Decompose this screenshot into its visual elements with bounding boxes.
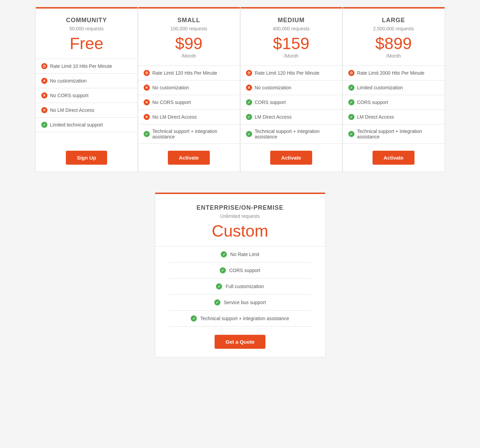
plan-price-medium: $159 bbox=[247, 35, 335, 52]
plan-period-medium: /Month bbox=[247, 53, 335, 59]
cross-icon: ✕ bbox=[144, 99, 150, 105]
plan-card-community: COMMUNITY50,000 requestsFree⏱Rate Limit … bbox=[35, 7, 138, 172]
cross-icon: ✕ bbox=[144, 114, 150, 120]
plan-price-community: Free bbox=[43, 35, 131, 52]
plan-name-medium: MEDIUM bbox=[247, 17, 335, 24]
feature-item: ✓LM Direct Access bbox=[241, 110, 342, 124]
enterprise-requests: Unlimited requests bbox=[169, 213, 311, 219]
plan-top-large: LARGE2,500,000 requests$899/Month bbox=[343, 7, 445, 66]
feature-text: Technical support + integration assistan… bbox=[357, 129, 439, 139]
plan-features-community: ⏱Rate Limit 10 Hits Per Minute✕No custom… bbox=[36, 59, 137, 144]
check-icon: ✓ bbox=[214, 299, 220, 305]
plan-top-community: COMMUNITY50,000 requestsFree bbox=[36, 7, 137, 59]
enterprise-action: Get a Quote bbox=[155, 327, 325, 357]
enterprise-features: ✓No Rate Limit✓CORS support✓Full customi… bbox=[155, 247, 325, 327]
cross-icon: ✕ bbox=[41, 92, 47, 99]
plan-features-medium: ⏱Rate Limit 120 Hits Per Minute✕No custo… bbox=[241, 66, 342, 144]
feature-text: Technical support + integration assistan… bbox=[152, 129, 234, 139]
feature-item: ✓Technical support + integration assista… bbox=[138, 124, 240, 144]
check-icon: ✓ bbox=[41, 122, 47, 128]
check-icon: ✓ bbox=[220, 267, 226, 273]
clock-icon: ⏱ bbox=[41, 63, 47, 69]
feature-text: Technical support + integration assistan… bbox=[200, 316, 289, 321]
plan-top-small: SMALL100,000 requests$99/Month bbox=[138, 7, 240, 66]
cross-icon: ✕ bbox=[144, 85, 150, 91]
plan-requests-large: 2,500,000 requests bbox=[350, 26, 438, 31]
feature-text: Rate Limit 2000 Hits Per Minute bbox=[357, 70, 425, 76]
check-icon: ✓ bbox=[348, 85, 354, 91]
feature-text: Full customization bbox=[226, 284, 264, 289]
feature-item: ✕No customization bbox=[241, 80, 342, 95]
feature-text: No customization bbox=[255, 85, 291, 90]
plan-action-medium: Activate bbox=[241, 144, 342, 171]
feature-text: Technical support + integration assistan… bbox=[255, 129, 337, 139]
feature-item: ✓CORS support bbox=[343, 95, 445, 110]
feature-item: ✓Limited technical support bbox=[36, 118, 137, 132]
feature-item: ✓Limited customization bbox=[343, 80, 445, 95]
feature-text: No Rate Limit bbox=[230, 252, 259, 257]
plan-price-small: $99 bbox=[145, 35, 233, 52]
plan-requests-small: 100,000 requests bbox=[145, 26, 233, 31]
feature-item: ✓Technical support + integration assista… bbox=[343, 124, 445, 144]
cross-icon: ✕ bbox=[41, 107, 47, 113]
feature-item: ⏱Rate Limit 120 Hits Per Minute bbox=[138, 66, 240, 80]
feature-text: LM Direct Access bbox=[357, 114, 394, 120]
check-icon: ✓ bbox=[221, 251, 227, 257]
clock-icon: ⏱ bbox=[348, 70, 354, 76]
feature-item: ✓CORS support bbox=[241, 95, 342, 110]
feature-text: Limited customization bbox=[357, 85, 403, 90]
enterprise-card: ENTERPRISE/ON-PREMISE Unlimited requests… bbox=[155, 192, 325, 357]
plan-action-community: Sign Up bbox=[36, 144, 137, 171]
feature-item: ✕No CORS support bbox=[36, 88, 137, 103]
small-button[interactable]: Activate bbox=[168, 151, 209, 165]
plan-name-large: LARGE bbox=[350, 17, 438, 24]
check-icon: ✓ bbox=[246, 131, 252, 137]
feature-text: CORS support bbox=[229, 268, 260, 273]
plan-requests-medium: 400,000 requests bbox=[247, 26, 335, 31]
feature-item: ✕No customization bbox=[138, 80, 240, 95]
enterprise-card-top: ENTERPRISE/ON-PREMISE Unlimited requests… bbox=[155, 193, 325, 247]
feature-text: No customization bbox=[152, 85, 189, 90]
plan-features-large: ⏱Rate Limit 2000 Hits Per Minute✓Limited… bbox=[343, 66, 445, 144]
feature-item: ✕No CORS support bbox=[138, 95, 240, 110]
medium-button[interactable]: Activate bbox=[270, 151, 312, 165]
plan-features-small: ⏱Rate Limit 120 Hits Per Minute✕No custo… bbox=[138, 66, 240, 144]
enterprise-plan-name: ENTERPRISE/ON-PREMISE bbox=[169, 204, 311, 211]
feature-text: CORS support bbox=[357, 100, 388, 105]
feature-item: ✕No LM Direct Access bbox=[138, 110, 240, 124]
pricing-grid: COMMUNITY50,000 requestsFree⏱Rate Limit … bbox=[35, 7, 445, 172]
plan-name-community: COMMUNITY bbox=[43, 17, 131, 24]
feature-text: Rate Limit 10 Hits Per Minute bbox=[50, 63, 112, 69]
feature-text: LM Direct Access bbox=[255, 114, 292, 120]
feature-item: ✓Technical support + integration assista… bbox=[241, 124, 342, 144]
feature-text: No LM Direct Access bbox=[152, 114, 197, 120]
enterprise-feature-item: ✓Full customization bbox=[169, 279, 311, 295]
clock-icon: ⏱ bbox=[144, 70, 150, 76]
feature-item: ⏱Rate Limit 120 Hits Per Minute bbox=[241, 66, 342, 80]
feature-text: Limited technical support bbox=[50, 122, 103, 128]
feature-item: ✕No LM Direct Access bbox=[36, 103, 137, 118]
enterprise-feature-item: ✓No Rate Limit bbox=[169, 247, 311, 263]
plan-period-small: /Month bbox=[145, 53, 233, 59]
clock-icon: ⏱ bbox=[246, 70, 252, 76]
feature-item: ✓LM Direct Access bbox=[343, 110, 445, 124]
plan-card-small: SMALL100,000 requests$99/Month⏱Rate Limi… bbox=[138, 7, 240, 172]
check-icon: ✓ bbox=[216, 283, 222, 289]
enterprise-feature-item: ✓Service bus support bbox=[169, 295, 311, 311]
feature-text: No CORS support bbox=[152, 100, 191, 105]
feature-item: ⏱Rate Limit 10 Hits Per Minute bbox=[36, 59, 137, 74]
enterprise-feature-item: ✓CORS support bbox=[169, 263, 311, 279]
plan-requests-community: 50,000 requests bbox=[43, 26, 131, 31]
feature-item: ⏱Rate Limit 2000 Hits Per Minute bbox=[343, 66, 445, 80]
plan-action-large: Activate bbox=[343, 144, 445, 171]
get-quote-button[interactable]: Get a Quote bbox=[215, 335, 265, 349]
feature-text: Service bus support bbox=[224, 300, 266, 305]
plan-name-small: SMALL bbox=[145, 17, 233, 24]
enterprise-feature-item: ✓Technical support + integration assista… bbox=[169, 311, 311, 327]
check-icon: ✓ bbox=[348, 131, 354, 137]
plan-top-medium: MEDIUM400,000 requests$159/Month bbox=[241, 7, 342, 66]
large-button[interactable]: Activate bbox=[373, 151, 414, 165]
check-icon: ✓ bbox=[191, 315, 197, 322]
cross-icon: ✕ bbox=[246, 85, 252, 91]
community-button[interactable]: Sign Up bbox=[66, 151, 107, 165]
